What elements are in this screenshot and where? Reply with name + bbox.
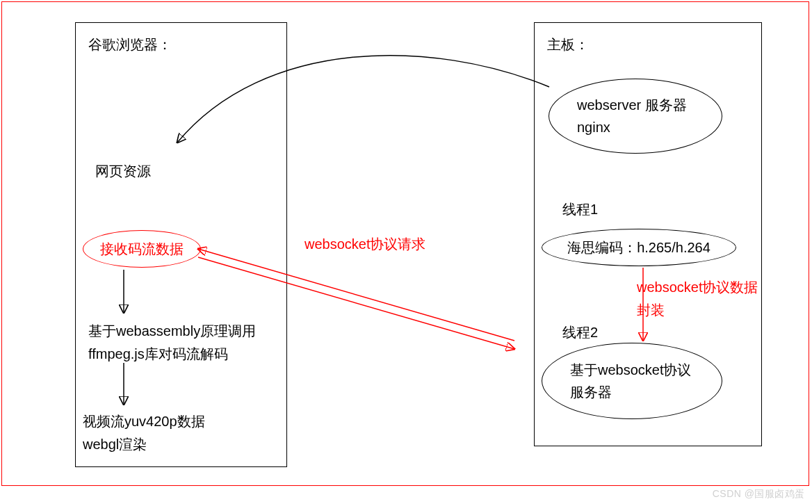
hisilicon-ellipse: 海思编码：h.265/h.264 [542, 229, 736, 266]
mainboard-title: 主板： [547, 35, 589, 54]
webserver-line1: webserver 服务器 [577, 94, 708, 116]
ws-data-line1: websocket协议数据 [637, 278, 758, 297]
hisilicon-label: 海思编码：h.265/h.264 [567, 238, 710, 257]
yuv-line1: 视频流yuv420p数据 [83, 412, 205, 431]
webserver-line2: nginx [577, 116, 708, 138]
ws-server-ellipse: 基于websocket协议 服务器 [542, 343, 722, 419]
watermark: CSDN @国服卤鸡蛋 [713, 488, 805, 501]
yuv-line2: webgl渲染 [83, 435, 147, 454]
web-resource-node: 网页资源 [95, 162, 151, 181]
receive-stream-label: 接收码流数据 [100, 240, 184, 259]
ws-data-line2: 封装 [637, 301, 665, 320]
thread2-label: 线程2 [562, 323, 598, 342]
thread1-label: 线程1 [562, 200, 598, 219]
mainboard-box: 主板： webserver 服务器 nginx 线程1 海思编码：h.265/h… [534, 22, 762, 446]
webserver-ellipse: webserver 服务器 nginx [549, 79, 722, 154]
ffmpeg-line2: ffmpeg.js库对码流解码 [88, 345, 228, 364]
browser-box: 谷歌浏览器： 网页资源 接收码流数据 基于webassembly原理调用 ffm… [75, 22, 287, 467]
ffmpeg-line1: 基于webassembly原理调用 [88, 322, 256, 341]
receive-stream-ellipse: 接收码流数据 [83, 230, 201, 268]
ws-server-line2: 服务器 [570, 381, 708, 403]
browser-title: 谷歌浏览器： [88, 35, 172, 54]
ws-request-label: websocket协议请求 [304, 235, 426, 254]
ws-server-line1: 基于websocket协议 [570, 359, 708, 381]
